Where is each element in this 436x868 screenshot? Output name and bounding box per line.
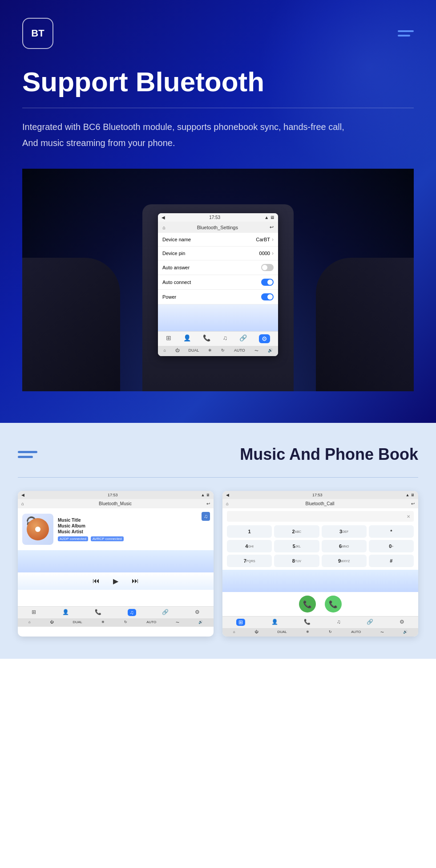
music-tab-phone[interactable]: 📞 — [95, 609, 101, 616]
screen-bottom-tabs: ⊞ 👤 📞 ♫ 🔗 ⚙ — [158, 331, 278, 346]
music-tab-music[interactable]: ♫ — [128, 609, 136, 616]
dial-key-hash[interactable]: # — [369, 555, 414, 567]
call-tab-menu[interactable]: ⊞ — [236, 619, 245, 626]
car-device-screen: ◀ 17:53 ▲ 🖥 ⌂ Bluetooth_Settings ↩ Devic… — [158, 213, 278, 356]
call-tab-link[interactable]: 🔗 — [367, 619, 373, 626]
dial-key-6[interactable]: 6MNO — [322, 540, 367, 552]
home-icon[interactable]: ⌂ — [162, 225, 166, 230]
screen-nav-title: Bluetooth_Settings — [197, 225, 238, 230]
dial-key-7[interactable]: 7PQRS — [227, 555, 272, 567]
dial-key-0[interactable]: 0+ — [369, 540, 414, 552]
tab-music-icon[interactable]: ♫ — [222, 334, 227, 343]
car-background: ◀ 17:53 ▲ 🖥 ⌂ Bluetooth_Settings ↩ Devic… — [22, 169, 414, 391]
call-ctrl-wind[interactable]: 〜 — [380, 630, 384, 635]
screen-nav-bar: ⌂ Bluetooth_Settings ↩ — [158, 222, 278, 233]
music-tab-menu[interactable]: ⊞ — [32, 609, 36, 616]
back-arrow-icon[interactable]: ◀ — [161, 215, 165, 220]
music-ctrl-recirc[interactable]: ↻ — [124, 620, 127, 625]
auto-answer-toggle[interactable] — [261, 264, 274, 271]
tab-menu-icon[interactable]: ⊞ — [166, 334, 171, 343]
call-button[interactable]: 📞 — [299, 596, 316, 612]
tab-phone-icon[interactable]: 📞 — [203, 334, 210, 343]
call-back-nav-icon[interactable]: ↩ — [411, 501, 415, 506]
back-icon[interactable]: ↩ — [270, 224, 274, 230]
call-tab-person[interactable]: 👤 — [271, 619, 278, 626]
auto-connect-toggle[interactable] — [261, 279, 274, 286]
prev-button[interactable]: ⏮ — [93, 577, 100, 585]
next-button[interactable]: ⏭ — [132, 577, 139, 585]
call-ctrl-power[interactable]: ⏻ — [254, 630, 258, 635]
music-controls[interactable]: ⏮ ▶ ⏭ — [18, 572, 214, 590]
ctrl-power[interactable]: ⏻ — [175, 348, 179, 354]
chevron-icon: › — [272, 250, 274, 256]
ctrl-vol[interactable]: 🔊 — [268, 348, 273, 354]
play-button[interactable]: ▶ — [113, 577, 118, 585]
hamburger-line-1 — [398, 30, 414, 32]
setting-row-auto-connect[interactable]: Auto connect — [158, 275, 278, 290]
call-ctrl-dual[interactable]: DUAL — [277, 630, 287, 635]
ctrl-auto[interactable]: AUTO — [234, 348, 245, 354]
tab-settings-icon[interactable]: ⚙ — [259, 334, 270, 343]
setting-label: Device name — [162, 237, 191, 242]
call-home-icon[interactable]: ⌂ — [226, 501, 229, 506]
status-icons: ▲ 🖥 — [264, 215, 275, 220]
call-ctrl-vol[interactable]: 🔊 — [403, 630, 408, 635]
dashboard-left — [22, 258, 120, 391]
call-bottom-tabs: ⊞ 👤 📞 ♫ 🔗 ⚙ — [222, 616, 418, 628]
badge-avrcp: AVRCP connected — [91, 536, 124, 541]
ctrl-home[interactable]: ⌂ — [163, 348, 166, 354]
music-info: Music Title Music Album Music Artist A2D… — [58, 518, 125, 541]
call-ctrl-recirc[interactable]: ↻ — [329, 630, 332, 635]
hamburger-menu[interactable] — [398, 30, 414, 37]
music-ctrl-home[interactable]: ⌂ — [28, 620, 31, 625]
ctrl-dual[interactable]: DUAL — [189, 348, 199, 354]
bt-logo: BT — [22, 18, 53, 49]
music-back-icon[interactable]: ◀ — [21, 493, 24, 497]
music-ctrl-dual[interactable]: DUAL — [73, 620, 82, 625]
setting-row-auto-answer[interactable]: Auto answer — [158, 260, 278, 275]
chevron-icon: › — [272, 236, 274, 243]
power-toggle[interactable] — [261, 293, 274, 300]
music-device-screen: ◀ 17:53 ▲ 🖥 ⌂ Bluetooth_Music ↩ ♫ 🎧 Musi… — [18, 491, 214, 637]
call-nav-bar: ⌂ Bluetooth_Call ↩ — [222, 499, 418, 508]
music-ctrl-wind[interactable]: 〜 — [176, 620, 179, 625]
setting-row-device-pin[interactable]: Device pin 0000 › — [158, 247, 278, 260]
dial-input-display[interactable]: ✕ — [227, 511, 414, 522]
dial-key-8[interactable]: 8TUV — [274, 555, 319, 567]
dial-key-4[interactable]: 4GHI — [227, 540, 272, 552]
dial-key-star[interactable]: * — [369, 525, 414, 538]
music-back-nav-icon[interactable]: ↩ — [206, 501, 210, 506]
call-ctrl-home[interactable]: ⌂ — [233, 630, 235, 635]
call-tab-phone[interactable]: 📞 — [304, 619, 311, 626]
music-tab-person[interactable]: 👤 — [62, 609, 69, 616]
setting-row-device-name[interactable]: Device name CarBT › — [158, 233, 278, 247]
call-tab-music[interactable]: ♫ — [337, 619, 341, 626]
call-ctrl-auto[interactable]: AUTO — [351, 630, 361, 635]
tab-link-icon[interactable]: 🔗 — [239, 334, 247, 343]
setting-row-power[interactable]: Power — [158, 290, 278, 304]
call-back-icon[interactable]: ◀ — [226, 493, 229, 497]
redial-button[interactable]: 📞 — [325, 596, 342, 612]
music-ctrl-power[interactable]: ⏻ — [50, 620, 53, 625]
clear-icon[interactable]: ✕ — [407, 514, 410, 519]
music-tab-link[interactable]: 🔗 — [162, 609, 169, 616]
ctrl-wind[interactable]: 〜 — [254, 348, 258, 354]
screen-control-bar: ⌂ ⏻ DUAL ❄ ↻ AUTO 〜 🔊 — [158, 346, 278, 356]
music-content: ♫ 🎧 Music Title Music Album Music Artist… — [18, 508, 214, 606]
music-time: 17:53 — [108, 493, 118, 497]
ctrl-recirculate[interactable]: ↻ — [221, 348, 225, 354]
dial-key-1[interactable]: 1 — [227, 525, 272, 538]
music-home-icon[interactable]: ⌂ — [21, 501, 24, 506]
call-tab-settings[interactable]: ⚙ — [400, 619, 404, 626]
ctrl-fan[interactable]: ❄ — [208, 348, 212, 354]
music-ctrl-auto[interactable]: AUTO — [146, 620, 156, 625]
call-ctrl-fan[interactable]: ❄ — [306, 630, 309, 635]
music-tab-settings[interactable]: ⚙ — [195, 609, 200, 616]
dial-key-5[interactable]: 5JKL — [274, 540, 319, 552]
dial-key-2[interactable]: 2ABC — [274, 525, 319, 538]
dial-key-9[interactable]: 9WXYZ — [322, 555, 367, 567]
dial-key-3[interactable]: 3DEF — [322, 525, 367, 538]
tab-person-icon[interactable]: 👤 — [183, 334, 191, 343]
music-ctrl-fan[interactable]: ❄ — [101, 620, 105, 625]
music-ctrl-vol[interactable]: 🔊 — [198, 620, 203, 625]
